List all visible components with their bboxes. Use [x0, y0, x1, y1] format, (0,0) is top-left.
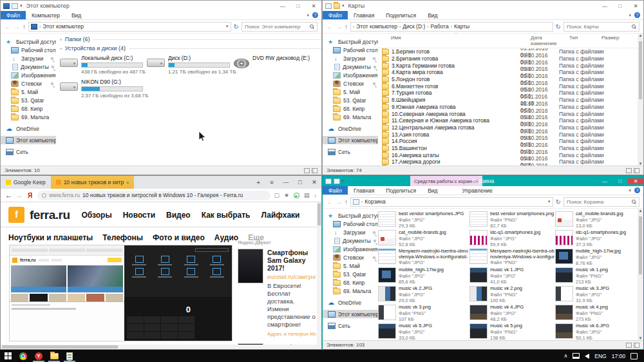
nav-link[interactable]: Обзоры: [82, 211, 112, 220]
ad-title[interactable]: Смартфоны Sam Galaxy 2017!: [267, 249, 316, 272]
folder-row[interactable]: 5.Лондон готов 05.10.2016 0:50 Папка с ф…: [378, 76, 638, 83]
sidebar-item[interactable]: Быстрый доступ: [1, 37, 56, 46]
help-icon[interactable]: ?: [634, 12, 640, 18]
ribbon-collapse-icon[interactable]: ▾: [629, 188, 631, 193]
minimize-button[interactable]: —: [597, 178, 612, 184]
sidebar-item[interactable]: 53. Qatar: [323, 270, 378, 278]
sidebar-item[interactable]: Этот компьютер: [323, 310, 378, 318]
help-icon[interactable]: ?: [312, 12, 318, 18]
close-button[interactable]: ✕: [628, 3, 643, 9]
search-input[interactable]: Поиск: Корзина: [564, 197, 639, 207]
folder-row[interactable]: 14.Россия 05.10.2016 0:48 Папка с файлам…: [378, 138, 638, 145]
sidebar-item[interactable]: OneDrive: [323, 124, 378, 133]
file-tile[interactable]: music vk 5.JPG Файл "JPG" 33,0 КБ: [378, 323, 469, 340]
folder-row[interactable]: 13.Азия готова 05.10.2016 0:48 Папка с ф…: [378, 131, 638, 138]
yandex-browser-taskbar-icon[interactable]: Y: [31, 350, 46, 362]
scroll-up-icon[interactable]: ▲: [638, 33, 643, 37]
sidebar-item[interactable]: Стевски: [323, 253, 378, 262]
maximize-button[interactable]: □: [612, 3, 628, 9]
address-bar[interactable]: › Корзина ▾: [350, 197, 553, 207]
sidebar-item[interactable]: OneDrive: [1, 124, 56, 133]
nav-link[interactable]: Как выбрать: [202, 211, 251, 220]
folder-row[interactable]: 3.Карта Германии готова 05.10.2016 0:48 …: [378, 62, 638, 69]
sidebar-item[interactable]: Быстрый доступ: [323, 37, 378, 46]
folder-row[interactable]: 2.Британия готова 05.10.2016 0:48 Папка …: [378, 55, 638, 62]
subnav-link[interactable]: Аудио: [214, 233, 238, 242]
sidebar-item[interactable]: Сеть: [323, 148, 378, 156]
refresh-icon[interactable]: ↻: [556, 198, 561, 205]
folder-row[interactable]: 1.Берлин готов 05.10.2016 0:48 Папка с ф…: [378, 48, 638, 55]
tab-share[interactable]: Поделиться: [380, 11, 422, 19]
nav-link[interactable]: Новости: [123, 211, 155, 220]
clock[interactable]: 17:00: [612, 353, 625, 359]
tab-view[interactable]: Вид: [66, 11, 87, 19]
group-devices[interactable]: › Устройства и диски (4): [56, 43, 322, 52]
file-tile[interactable]: music vk 3.png Файл "PNG" 107 КБ: [378, 304, 469, 323]
file-tile[interactable]: idc-q1-smartphones.jpg Файл "JPG" 37,3 К…: [555, 229, 638, 248]
sidebar-item[interactable]: 5. Май: [323, 262, 378, 270]
sidebar-item[interactable]: Загрузки: [323, 228, 378, 236]
tab-view[interactable]: Вид: [422, 11, 443, 19]
sidebar-item[interactable]: Стевски: [1, 79, 56, 88]
tab-close-icon[interactable]: ×: [126, 180, 129, 185]
group-folders[interactable]: › Папки (6): [56, 33, 322, 43]
sidebar-item[interactable]: Загрузки: [323, 54, 378, 62]
forward-icon[interactable]: →: [336, 23, 342, 30]
article-gallery-image[interactable]: ferra.ru: [9, 245, 232, 341]
up-icon[interactable]: ↑: [345, 23, 348, 30]
file-tile[interactable]: mobile_high-17iw.jpg Файл "JPG" 85,6 КБ: [378, 267, 469, 285]
minimize-button[interactable]: —: [279, 179, 293, 186]
folder-row[interactable]: 16.Америка штаты 05.10.2016 0:48 Папка с…: [378, 151, 638, 158]
column-date[interactable]: Дата изменения: [531, 35, 569, 46]
sidebar-item[interactable]: Стевски: [323, 79, 378, 88]
list-view-icon[interactable]: [626, 168, 632, 173]
title-bar[interactable]: ▾ Этот компьютер — □ ✕: [1, 1, 321, 11]
sidebar-item[interactable]: 68. Кипр: [1, 104, 56, 113]
sidebar-item[interactable]: 69. Мальта: [323, 287, 378, 295]
ferra-logo[interactable]: f ferra.ru: [8, 207, 70, 223]
minimize-button[interactable]: —: [597, 3, 612, 9]
chrome-taskbar-icon[interactable]: [15, 350, 31, 362]
properties-icon[interactable]: [325, 178, 332, 184]
list-view-icon[interactable]: [304, 168, 310, 173]
sidebar-item[interactable]: 68. Кипр: [323, 278, 378, 287]
qat-icon[interactable]: [334, 178, 340, 184]
maximize-button[interactable]: □: [290, 3, 306, 9]
drive-tile[interactable]: DVD RW дисковод (E:): [234, 55, 321, 75]
sidebar-item[interactable]: Этот компьютер: [1, 136, 56, 144]
forward-icon[interactable]: →: [14, 23, 20, 30]
folder-row[interactable]: 8.Швейцария 06.11.2016 10:49 Папка с фай…: [378, 97, 638, 104]
file-tile[interactable]: music vk 1.png Файл "PNG" 213 КБ: [555, 267, 638, 285]
tab-home[interactable]: Главная: [348, 11, 380, 19]
tab-computer[interactable]: Компьютер: [26, 11, 66, 19]
sidebar-item[interactable]: Загрузки: [1, 54, 56, 62]
drive-tile[interactable]: Локальный диск (C:) 438 ГБ свободно из 4…: [60, 55, 147, 75]
file-tile[interactable]: music vk 4.png Файл "PNG" 273 КБ: [555, 304, 638, 323]
folder-row[interactable]: 4.Карта мира готова 05.10.2016 0:50 Папк…: [378, 69, 638, 76]
sidebar-item[interactable]: Сеть: [323, 321, 378, 330]
sidebar-item[interactable]: 53. Qatar: [323, 96, 378, 104]
vertical-scrollbar[interactable]: ▲ ▼: [638, 33, 643, 166]
forward-icon[interactable]: →: [15, 191, 23, 199]
ribbon-collapse-icon[interactable]: ▾: [629, 13, 631, 18]
search-input[interactable]: Поиск: Карты: [564, 22, 639, 32]
qat-dropdown-icon[interactable]: ▾: [20, 3, 23, 9]
sidebar-item[interactable]: Быстрый доступ: [323, 211, 378, 220]
help-icon[interactable]: ?: [634, 187, 640, 193]
turbo-mode-icon[interactable]: ▶: [294, 193, 299, 198]
file-tile[interactable]: music vk 2.png Файл "PNG" 100 КБ: [469, 285, 555, 304]
drive-tile[interactable]: Диск (D:) 1,21 ТБ свободно из 1,34 ТБ: [147, 55, 234, 75]
sidebar-item[interactable]: Сеть: [1, 148, 56, 156]
network-icon[interactable]: [573, 353, 580, 359]
folder-row[interactable]: 12.Центральная Америка готова 05.10.2016…: [378, 124, 638, 131]
address-dropdown-icon[interactable]: ▾: [226, 24, 229, 29]
tab-share[interactable]: Поделиться: [380, 186, 422, 195]
folder-row[interactable]: 9.Южная Америка готова 05.10.2016 0:50 П…: [378, 104, 638, 111]
file-tile[interactable]: best vendor smartphones.JPG Файл "JPG" 2…: [378, 211, 469, 229]
subnav-link[interactable]: Фото и видео: [153, 233, 205, 242]
omnibox[interactable]: www.ferra.ru 10 новых трюков и хитростей…: [37, 191, 270, 200]
sidebar-item[interactable]: 5. Май: [323, 88, 378, 96]
sidebar-item[interactable]: Рабочий стол: [323, 46, 378, 54]
close-button[interactable]: ✕: [307, 179, 321, 186]
list-view-icon[interactable]: [626, 343, 632, 348]
